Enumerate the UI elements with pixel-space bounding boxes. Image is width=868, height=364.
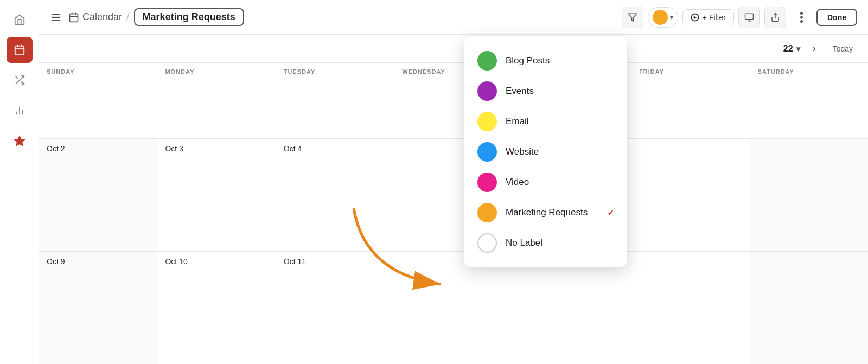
- cal-cell-oct10[interactable]: Oct 10: [157, 252, 275, 364]
- topbar-actions: ▾ + Filter: [622, 7, 857, 28]
- website-label: Website: [506, 146, 614, 157]
- cal-cell-oct4[interactable]: Oct 4: [276, 139, 394, 251]
- cal-cell-oct8[interactable]: [750, 139, 868, 251]
- day-header-tuesday: TUESDAY: [276, 63, 394, 138]
- dropdown-item-marketing-requests[interactable]: Marketing Requests ✓: [464, 197, 627, 228]
- cal-cell-oct9[interactable]: Oct 9: [39, 252, 157, 364]
- day-header-friday: FRIDAY: [631, 63, 749, 138]
- sidebar-item-shuffle[interactable]: [7, 67, 33, 93]
- svg-line-6: [15, 76, 18, 79]
- blog-posts-color-dot: [477, 51, 497, 71]
- date-label: Oct 3: [165, 144, 183, 153]
- color-picker-button[interactable]: ▾: [648, 7, 678, 28]
- dropdown-item-events[interactable]: Events: [464, 76, 627, 106]
- svg-rect-14: [70, 14, 78, 22]
- dropdown-item-email[interactable]: Email: [464, 106, 627, 137]
- cal-cell-oct15[interactable]: [750, 252, 868, 364]
- no-label-color-dot: [477, 233, 497, 253]
- events-label: Events: [506, 86, 614, 97]
- calendar-nav: 22 ▾ › Today: [39, 35, 868, 63]
- day-header-sunday: SUNDAY: [39, 63, 157, 138]
- svg-marker-18: [628, 14, 636, 21]
- menu-icon[interactable]: [50, 11, 62, 23]
- email-color-dot: [477, 112, 497, 131]
- topbar: Calendar / Marketing Requests ▾: [39, 0, 868, 35]
- cal-cell-oct3[interactable]: Oct 3: [157, 139, 275, 251]
- date-label: Oct 9: [47, 257, 65, 266]
- check-icon: ✓: [607, 208, 614, 218]
- today-button[interactable]: Today: [828, 42, 857, 55]
- breadcrumb-parent[interactable]: Calendar: [68, 11, 122, 23]
- website-color-dot: [477, 142, 497, 162]
- date-label: Oct 2: [47, 144, 65, 153]
- video-label: Video: [506, 177, 614, 188]
- more-options-button[interactable]: [790, 7, 812, 28]
- share-button[interactable]: [764, 7, 786, 28]
- main-content: Calendar / Marketing Requests ▾: [39, 0, 868, 364]
- cal-cell-oct7[interactable]: [631, 139, 749, 251]
- svg-point-27: [800, 16, 803, 18]
- breadcrumb: Calendar / Marketing Requests: [68, 8, 244, 26]
- month-year-label: 22: [783, 44, 793, 54]
- calendar-area: 22 ▾ › Today SUNDAY MONDAY TUESDAY WEDNE…: [39, 35, 868, 364]
- video-color-dot: [477, 173, 497, 192]
- cal-cell-oct11[interactable]: Oct 11: [276, 252, 394, 364]
- dropdown-item-no-label[interactable]: No Label: [464, 228, 627, 258]
- events-color-dot: [477, 81, 497, 101]
- chevron-down-icon: ▾: [670, 14, 673, 21]
- svg-rect-0: [15, 46, 24, 55]
- display-button[interactable]: [738, 7, 760, 28]
- day-header-saturday: SATURDAY: [750, 63, 868, 138]
- svg-point-26: [800, 12, 803, 15]
- sidebar-item-star[interactable]: [7, 128, 33, 154]
- sidebar: [0, 0, 39, 364]
- day-header-monday: MONDAY: [157, 63, 275, 138]
- sidebar-item-calendar[interactable]: [7, 37, 33, 63]
- done-button[interactable]: Done: [816, 9, 857, 26]
- filter-funnel-button[interactable]: [622, 7, 643, 28]
- breadcrumb-current-label[interactable]: Marketing Requests: [134, 8, 244, 26]
- month-chevron-icon: ▾: [796, 44, 800, 53]
- svg-marker-10: [14, 136, 24, 145]
- dropdown-item-video[interactable]: Video: [464, 167, 627, 197]
- blog-posts-label: Blog Posts: [506, 55, 614, 66]
- add-filter-button[interactable]: + Filter: [682, 9, 734, 25]
- marketing-requests-label: Marketing Requests: [506, 207, 598, 218]
- dropdown-item-website[interactable]: Website: [464, 137, 627, 167]
- svg-rect-22: [745, 14, 754, 20]
- date-label: Oct 4: [284, 144, 302, 153]
- email-label: Email: [506, 116, 614, 127]
- breadcrumb-separator: /: [126, 11, 130, 23]
- month-year-button[interactable]: 22 ▾: [783, 44, 800, 54]
- calendar-grid: SUNDAY MONDAY TUESDAY WEDNESDAY THURSDAY…: [39, 63, 868, 364]
- svg-point-28: [800, 20, 803, 23]
- sidebar-item-chart[interactable]: [7, 98, 33, 124]
- color-filter-dropdown: Blog Posts Events Email Website Video Ma…: [464, 37, 627, 267]
- cal-cell-oct13[interactable]: Oct 13: [513, 252, 631, 364]
- no-label-label: No Label: [506, 238, 614, 248]
- date-label: Oct 11: [284, 257, 306, 266]
- cal-cell-oct12[interactable]: [394, 252, 512, 364]
- dropdown-item-blog-posts[interactable]: Blog Posts: [464, 46, 627, 76]
- next-month-button[interactable]: ›: [806, 40, 823, 58]
- sidebar-item-home[interactable]: [7, 7, 33, 33]
- cal-cell-oct14[interactable]: [631, 252, 749, 364]
- selected-color-dot: [653, 10, 668, 25]
- breadcrumb-parent-label: Calendar: [82, 11, 122, 23]
- marketing-requests-color-dot: [477, 203, 497, 222]
- filter-label: + Filter: [703, 13, 726, 22]
- date-label: Oct 10: [165, 257, 187, 266]
- cal-cell-oct2[interactable]: Oct 2: [39, 139, 157, 251]
